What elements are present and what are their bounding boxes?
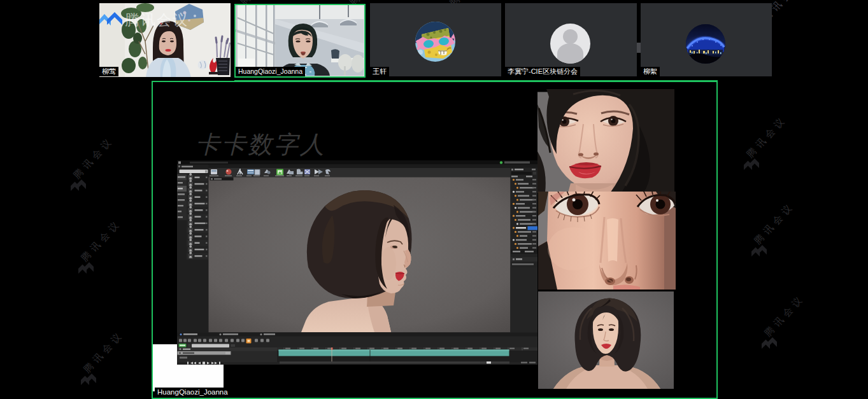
- svg-text:腾讯会议: 腾讯会议: [125, 11, 189, 28]
